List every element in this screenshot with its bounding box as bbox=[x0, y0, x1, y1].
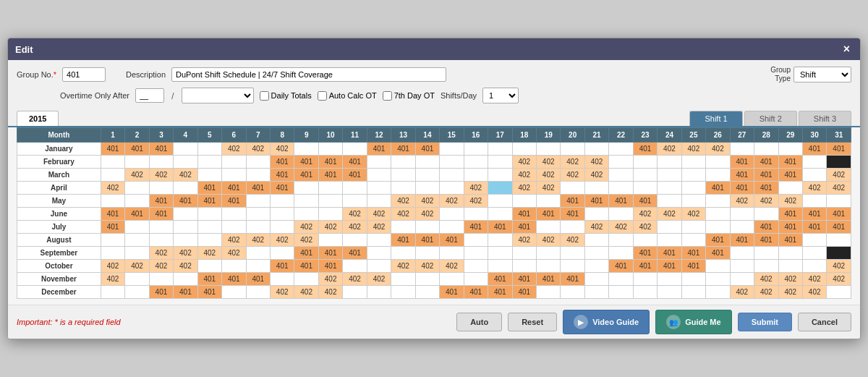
cell-october-day-3[interactable]: 402 bbox=[149, 260, 173, 273]
cell-june-day-3[interactable]: 401 bbox=[149, 208, 173, 221]
cell-january-day-7[interactable]: 402 bbox=[246, 143, 270, 156]
cell-september-day-26[interactable]: 401 bbox=[706, 247, 730, 260]
cell-march-day-20[interactable]: 402 bbox=[561, 169, 584, 182]
cell-may-day-27[interactable]: 402 bbox=[730, 195, 754, 208]
cell-november-day-27[interactable] bbox=[730, 273, 754, 286]
cell-october-day-12[interactable] bbox=[367, 260, 391, 273]
cell-june-day-27[interactable] bbox=[730, 208, 754, 221]
cell-april-day-28[interactable]: 401 bbox=[754, 182, 778, 195]
cell-october-day-5[interactable] bbox=[197, 260, 221, 273]
cell-march-day-16[interactable] bbox=[464, 169, 488, 182]
cell-january-day-26[interactable]: 402 bbox=[706, 143, 730, 156]
cell-june-day-7[interactable] bbox=[246, 208, 270, 221]
cell-july-day-6[interactable] bbox=[222, 221, 246, 234]
cell-january-day-2[interactable]: 401 bbox=[125, 143, 149, 156]
cell-january-day-27[interactable] bbox=[730, 143, 754, 156]
cell-june-day-6[interactable] bbox=[222, 208, 246, 221]
cell-january-day-19[interactable] bbox=[536, 143, 560, 156]
cell-august-day-18[interactable]: 402 bbox=[512, 234, 536, 247]
cell-august-day-8[interactable]: 402 bbox=[270, 234, 294, 247]
cell-may-day-2[interactable] bbox=[125, 195, 149, 208]
cell-april-day-19[interactable]: 402 bbox=[536, 182, 560, 195]
cell-march-day-26[interactable] bbox=[706, 169, 730, 182]
cell-december-day-27[interactable]: 402 bbox=[730, 286, 754, 299]
cell-december-day-24[interactable] bbox=[658, 286, 681, 299]
group-type-select[interactable]: Shift bbox=[793, 67, 851, 82]
shift-tab-2[interactable]: Shift 2 bbox=[744, 111, 797, 126]
cell-may-day-15[interactable]: 402 bbox=[440, 195, 464, 208]
cell-december-day-12[interactable] bbox=[367, 286, 391, 299]
cell-july-day-30[interactable]: 401 bbox=[802, 221, 826, 234]
cell-july-day-23[interactable]: 402 bbox=[633, 221, 657, 234]
cell-july-day-8[interactable] bbox=[270, 221, 294, 234]
cell-may-day-17[interactable] bbox=[488, 195, 512, 208]
cell-november-day-23[interactable] bbox=[633, 273, 657, 286]
cell-july-day-13[interactable] bbox=[391, 221, 415, 234]
cell-november-day-18[interactable]: 401 bbox=[512, 273, 536, 286]
cell-august-day-1[interactable] bbox=[101, 234, 124, 247]
cell-march-day-12[interactable] bbox=[367, 169, 391, 182]
cell-june-day-2[interactable]: 401 bbox=[125, 208, 149, 221]
cell-october-day-23[interactable]: 401 bbox=[633, 260, 657, 273]
cell-september-day-17[interactable] bbox=[488, 247, 512, 260]
cell-february-day-21[interactable]: 402 bbox=[584, 156, 608, 169]
cell-december-day-16[interactable]: 401 bbox=[464, 286, 488, 299]
cell-october-day-25[interactable]: 401 bbox=[681, 260, 705, 273]
cell-march-day-17[interactable] bbox=[488, 169, 512, 182]
cell-january-day-22[interactable] bbox=[609, 143, 633, 156]
ot-after-select[interactable] bbox=[182, 88, 254, 103]
cell-april-day-20[interactable] bbox=[561, 182, 584, 195]
cell-august-day-4[interactable] bbox=[174, 234, 197, 247]
cell-november-day-29[interactable]: 402 bbox=[778, 273, 802, 286]
cell-september-day-4[interactable]: 402 bbox=[174, 247, 197, 260]
cell-april-day-4[interactable] bbox=[174, 182, 197, 195]
cell-august-day-11[interactable] bbox=[343, 234, 367, 247]
cell-january-day-28[interactable] bbox=[754, 143, 778, 156]
cell-august-day-13[interactable]: 401 bbox=[391, 234, 415, 247]
cell-may-day-26[interactable] bbox=[706, 195, 730, 208]
cell-june-day-31[interactable]: 401 bbox=[827, 208, 851, 221]
cell-july-day-11[interactable]: 402 bbox=[343, 221, 367, 234]
cell-december-day-5[interactable]: 401 bbox=[197, 286, 221, 299]
cell-april-day-30[interactable]: 402 bbox=[802, 182, 826, 195]
cell-august-day-30[interactable] bbox=[802, 234, 826, 247]
cell-december-day-30[interactable]: 402 bbox=[802, 286, 826, 299]
cell-september-day-13[interactable] bbox=[391, 247, 415, 260]
cell-may-day-24[interactable] bbox=[658, 195, 681, 208]
cell-january-day-8[interactable]: 402 bbox=[270, 143, 294, 156]
cell-june-day-18[interactable]: 401 bbox=[512, 208, 536, 221]
cell-july-day-12[interactable]: 402 bbox=[367, 221, 391, 234]
cell-january-day-16[interactable] bbox=[464, 143, 488, 156]
cell-march-day-19[interactable]: 402 bbox=[536, 169, 560, 182]
cell-october-day-4[interactable]: 402 bbox=[174, 260, 197, 273]
cell-september-day-12[interactable] bbox=[367, 247, 391, 260]
cell-july-day-21[interactable]: 402 bbox=[584, 221, 608, 234]
cell-august-day-2[interactable] bbox=[125, 234, 149, 247]
cell-september-day-3[interactable]: 402 bbox=[149, 247, 173, 260]
cell-december-day-11[interactable] bbox=[343, 286, 367, 299]
cell-september-day-9[interactable]: 401 bbox=[294, 247, 318, 260]
cell-september-day-10[interactable]: 401 bbox=[318, 247, 342, 260]
cell-january-day-15[interactable] bbox=[440, 143, 464, 156]
submit-button[interactable]: Submit bbox=[738, 313, 792, 331]
cell-march-day-15[interactable] bbox=[440, 169, 464, 182]
cell-july-day-17[interactable]: 401 bbox=[488, 221, 512, 234]
cell-february-day-15[interactable] bbox=[440, 156, 464, 169]
cell-september-day-29[interactable] bbox=[778, 247, 802, 260]
cell-february-day-5[interactable] bbox=[197, 156, 221, 169]
seventh-day-ot-checkbox[interactable] bbox=[383, 91, 392, 101]
cell-january-day-1[interactable]: 401 bbox=[101, 143, 124, 156]
cell-july-day-10[interactable]: 402 bbox=[318, 221, 342, 234]
cell-march-day-9[interactable]: 401 bbox=[294, 169, 318, 182]
cell-may-day-18[interactable] bbox=[512, 195, 536, 208]
cell-october-day-13[interactable]: 402 bbox=[391, 260, 415, 273]
cell-december-day-15[interactable]: 401 bbox=[440, 286, 464, 299]
cell-april-day-27[interactable]: 401 bbox=[730, 182, 754, 195]
cell-april-day-22[interactable] bbox=[609, 182, 633, 195]
cell-june-day-22[interactable] bbox=[609, 208, 633, 221]
cell-february-day-9[interactable]: 401 bbox=[294, 156, 318, 169]
cell-july-day-2[interactable] bbox=[125, 221, 149, 234]
cell-november-day-28[interactable]: 402 bbox=[754, 273, 778, 286]
cell-march-day-5[interactable] bbox=[197, 169, 221, 182]
cell-march-day-1[interactable] bbox=[101, 169, 124, 182]
